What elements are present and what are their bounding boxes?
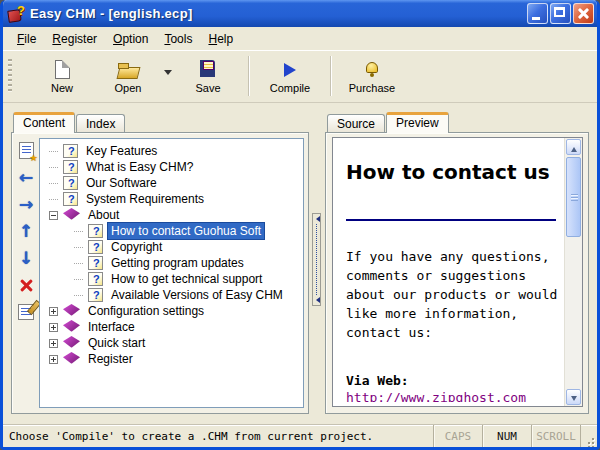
tree-item[interactable]: Configuration settings	[40, 303, 303, 319]
tree-expand-toggle[interactable]	[74, 247, 83, 248]
tree-tool-button[interactable]	[14, 193, 38, 215]
menu-item[interactable]: Register	[44, 29, 105, 49]
tree-item[interactable]: Interface	[40, 319, 303, 335]
tree-tool-button[interactable]	[14, 220, 38, 242]
tree-tool-button[interactable]	[14, 166, 38, 188]
tree-item[interactable]: Our Software	[40, 175, 303, 191]
preview-scrollbar[interactable]	[564, 138, 582, 406]
tree-expand-toggle[interactable]	[49, 307, 58, 316]
app-icon	[8, 6, 26, 22]
close-button[interactable]	[573, 3, 594, 24]
tree-expand-toggle[interactable]	[74, 231, 83, 232]
scrollbar-thumb[interactable]	[566, 157, 581, 237]
tree-item[interactable]: Copyright	[40, 239, 303, 255]
tree-item[interactable]: Key Features	[40, 143, 303, 159]
tree-expand-toggle[interactable]	[49, 355, 58, 364]
splitter-dots	[316, 224, 317, 295]
tree-tool-button[interactable]	[14, 139, 38, 161]
tree-item-label: Key Features	[83, 143, 160, 159]
tree-item[interactable]: System Requirements	[40, 191, 303, 207]
tree-expand-toggle[interactable]	[49, 199, 58, 200]
open-dropdown-arrow-icon[interactable]	[164, 70, 172, 79]
tree-item[interactable]: About	[40, 207, 303, 223]
tree-tool-icon	[19, 278, 33, 292]
tree-item-label: Our Software	[83, 175, 160, 191]
tree-node-icon	[88, 288, 103, 302]
tree-item-label: How to contact Guohua Soft	[108, 223, 264, 239]
tree-tool-button[interactable]	[14, 247, 38, 269]
status-indicator: NUM	[482, 425, 531, 447]
tree-node-icon	[63, 192, 78, 206]
tree-expand-toggle[interactable]	[74, 279, 83, 280]
toolbar-button[interactable]: Compile	[257, 51, 323, 101]
menu-item[interactable]: Help	[200, 29, 241, 49]
window-title: Easy CHM - [english.ecp]	[30, 6, 525, 21]
tree-tool-button[interactable]	[14, 301, 38, 323]
tree-item[interactable]: How to contact Guohua Soft	[40, 223, 303, 239]
left-pane: Content Index	[11, 112, 309, 414]
tree-item[interactable]: Getting program updates	[40, 255, 303, 271]
tree-item-label: Configuration settings	[85, 303, 207, 319]
tree-item[interactable]: Register	[40, 351, 303, 367]
tree-item-label: How to get technical support	[108, 271, 265, 287]
toolbar-button-icon	[360, 59, 384, 80]
scroll-down-icon[interactable]	[566, 389, 581, 405]
status-indicators: CAPS NUM SCROLL	[433, 425, 580, 447]
scroll-up-icon[interactable]	[566, 139, 581, 155]
toolbar-button-icon	[278, 59, 302, 80]
tree-expand-toggle[interactable]	[49, 167, 58, 168]
tree-expand-toggle[interactable]	[49, 151, 58, 152]
tree-tool-button[interactable]	[14, 274, 38, 296]
easy-chm-window: Easy CHM - [english.ecp] File Register O…	[0, 0, 600, 450]
tree-item-label: About	[85, 207, 122, 223]
pane-splitter-handle[interactable]	[312, 213, 321, 306]
maximize-button[interactable]	[550, 3, 571, 24]
resize-grip[interactable]	[580, 425, 597, 447]
toolbar-button-label: Save	[195, 82, 220, 94]
menu-item[interactable]: Option	[105, 29, 156, 49]
left-tab[interactable]: Index	[76, 114, 125, 132]
tree-item[interactable]: Available Versions of Easy CHM	[40, 287, 303, 303]
tree-node-icon	[63, 160, 78, 174]
tree-node-icon	[63, 336, 80, 350]
tree-node-icon	[63, 304, 80, 318]
toolbar-button-label: New	[51, 82, 73, 94]
tree-item-label: Interface	[85, 319, 138, 335]
right-tab[interactable]: Preview	[386, 112, 449, 133]
tree-item-label: Available Versions of Easy CHM	[108, 287, 286, 303]
tree-expand-toggle[interactable]	[74, 263, 83, 264]
left-tab-strip: Content Index	[11, 112, 309, 132]
tree-expand-toggle[interactable]	[49, 183, 58, 184]
collapse-left-icon	[313, 297, 320, 303]
tree-tool-icon	[19, 195, 33, 214]
right-tab[interactable]: Source	[327, 114, 385, 132]
content-tab-panel: Key Features What is Easy CHM? Our Sof	[11, 132, 309, 414]
toolbar-button[interactable]: New	[29, 51, 95, 101]
via-web-label: Via Web:	[346, 373, 558, 388]
toolbar-button-label: Open	[115, 82, 142, 94]
tree-item-label: Copyright	[108, 239, 165, 255]
tree-expand-toggle[interactable]	[74, 295, 83, 296]
left-tab[interactable]: Content	[13, 112, 75, 133]
tree-item[interactable]: What is Easy CHM?	[40, 159, 303, 175]
minimize-button[interactable]	[527, 3, 548, 24]
tree-node-icon	[63, 176, 78, 190]
menu-item[interactable]: Tools	[156, 29, 200, 49]
toolbar-button[interactable]: Open	[95, 51, 161, 101]
tree-expand-toggle[interactable]	[49, 339, 58, 348]
right-tab-strip: Source Preview	[325, 112, 589, 132]
toolbar-gripper[interactable]	[8, 59, 12, 93]
tree-item[interactable]: How to get technical support	[40, 271, 303, 287]
toolbar-button[interactable]: Purchase	[339, 51, 405, 101]
tree-item-label: Register	[85, 351, 136, 367]
tree-expand-toggle[interactable]	[49, 211, 58, 220]
tree-item-label: System Requirements	[83, 191, 207, 207]
tree-tool-icon	[19, 249, 33, 268]
menu-item[interactable]: File	[9, 29, 44, 49]
toolbar-button[interactable]: Save	[175, 51, 241, 101]
tree-item[interactable]: Quick start	[40, 335, 303, 351]
tree-tool-icon	[19, 142, 34, 159]
tree-expand-toggle[interactable]	[49, 323, 58, 332]
tree-tool-icon	[18, 304, 34, 320]
preview-link[interactable]: http://www.zipghost.com	[346, 388, 558, 402]
